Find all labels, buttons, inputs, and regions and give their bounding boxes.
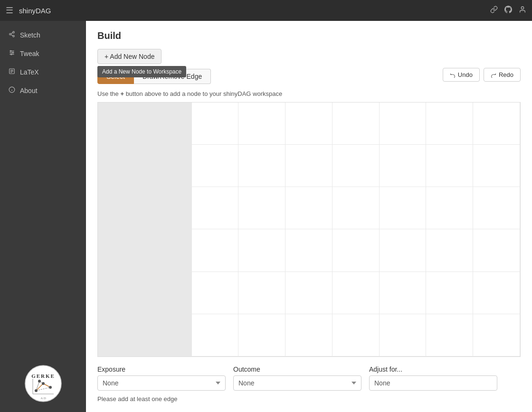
svg-point-29 xyxy=(38,380,41,383)
grid-cell[interactable] xyxy=(192,229,239,272)
topbar: ☰ shinyDAG xyxy=(0,0,532,21)
grid-cell[interactable] xyxy=(192,145,239,187)
sketch-icon xyxy=(9,31,15,39)
grid-cell[interactable] xyxy=(192,187,239,229)
grid-cell[interactable] xyxy=(473,229,520,272)
grid-cell[interactable] xyxy=(238,145,285,187)
action-buttons: Undo Redo xyxy=(443,68,521,82)
svg-point-26 xyxy=(35,389,38,392)
outcome-select[interactable]: None xyxy=(233,375,361,391)
grid-cell[interactable] xyxy=(98,229,145,272)
grid-cell[interactable] xyxy=(285,145,332,187)
hamburger-icon[interactable]: ☰ xyxy=(6,5,13,16)
grid-cell[interactable] xyxy=(426,229,473,272)
add-node-button[interactable]: + Add New Node xyxy=(97,49,162,64)
gerke-logo: GERKE A D xyxy=(24,365,62,403)
grid-cell[interactable] xyxy=(285,103,332,145)
adjust-for-group: Adjust for... xyxy=(369,365,497,391)
grid-cell[interactable] xyxy=(426,103,473,145)
grid-cell[interactable] xyxy=(332,187,380,229)
grid-cell[interactable] xyxy=(192,103,239,145)
grid-cell[interactable] xyxy=(380,103,427,145)
grid-cell[interactable] xyxy=(473,103,520,145)
grid-cell[interactable] xyxy=(426,145,473,187)
grid-cell[interactable] xyxy=(473,314,520,356)
grid-cell[interactable] xyxy=(426,187,473,229)
grid-cell[interactable] xyxy=(145,272,192,314)
sidebar-label-latex: LaTeX xyxy=(20,68,39,76)
grid-cell[interactable] xyxy=(145,103,192,145)
grid-cell[interactable] xyxy=(238,187,285,229)
page-title: Build xyxy=(97,30,521,41)
selects-row: Exposure None Outcome None Adjust for... xyxy=(97,365,521,391)
topbar-left: ☰ shinyDAG xyxy=(6,5,51,16)
grid-cell[interactable] xyxy=(98,187,145,229)
sidebar-bottom: GERKE A D xyxy=(0,355,86,412)
redo-button[interactable]: Redo xyxy=(484,68,521,82)
grid-cell[interactable] xyxy=(332,272,380,314)
grid-cell[interactable] xyxy=(380,187,427,229)
svg-point-10 xyxy=(12,52,13,53)
sidebar-label-sketch: Sketch xyxy=(20,31,40,39)
link-icon[interactable] xyxy=(490,6,498,15)
grid-cell[interactable] xyxy=(145,229,192,272)
grid-cell[interactable] xyxy=(380,145,427,187)
grid-cell[interactable] xyxy=(98,103,145,145)
grid-cell[interactable] xyxy=(238,272,285,314)
grid-cell[interactable] xyxy=(238,229,285,272)
grid-cell[interactable] xyxy=(426,314,473,356)
grid-cell[interactable] xyxy=(426,272,473,314)
grid-cell[interactable] xyxy=(332,145,380,187)
adjust-for-input[interactable] xyxy=(369,375,497,391)
exposure-select[interactable]: None xyxy=(97,375,226,391)
grid-cell[interactable] xyxy=(98,314,145,356)
sidebar-item-tweak[interactable]: Tweak xyxy=(0,44,86,63)
svg-point-9 xyxy=(10,50,11,51)
undo-button[interactable]: Undo xyxy=(443,68,480,82)
select-mode-button[interactable]: Select xyxy=(97,69,134,84)
grid-cell[interactable] xyxy=(332,103,380,145)
exposure-label: Exposure xyxy=(97,365,226,373)
app-body: Sketch Tweak LaTeX About GERKE xyxy=(0,21,532,412)
user-icon[interactable] xyxy=(519,6,526,15)
about-icon xyxy=(9,86,15,94)
grid-cell[interactable] xyxy=(192,272,239,314)
grid-cell[interactable] xyxy=(285,314,332,356)
grid-cell[interactable] xyxy=(238,103,285,145)
grid-cell[interactable] xyxy=(380,229,427,272)
grid-cell[interactable] xyxy=(332,229,380,272)
draw-remove-mode-button[interactable]: Draw/Remove Edge xyxy=(134,69,211,84)
topbar-icons xyxy=(490,6,526,15)
sidebar-item-sketch[interactable]: Sketch xyxy=(0,26,86,44)
svg-line-4 xyxy=(11,35,13,36)
workspace[interactable] xyxy=(97,102,521,357)
grid-cell[interactable] xyxy=(380,272,427,314)
grid-cell[interactable] xyxy=(285,272,332,314)
grid-cell[interactable] xyxy=(285,229,332,272)
grid-cell[interactable] xyxy=(332,314,380,356)
svg-text:GERKE: GERKE xyxy=(31,373,55,379)
grid-cell[interactable] xyxy=(285,187,332,229)
sidebar: Sketch Tweak LaTeX About GERKE xyxy=(0,21,86,412)
github-icon[interactable] xyxy=(504,6,512,15)
sidebar-item-about[interactable]: About xyxy=(0,81,86,100)
grid-cell[interactable] xyxy=(145,145,192,187)
app-title: shinyDAG xyxy=(19,7,51,15)
adjust-for-label: Adjust for... xyxy=(369,365,497,373)
grid-cell[interactable] xyxy=(238,314,285,356)
redo-label: Redo xyxy=(499,71,513,78)
sidebar-label-about: About xyxy=(20,87,38,94)
sidebar-item-latex[interactable]: LaTeX xyxy=(0,63,86,81)
svg-point-11 xyxy=(11,54,12,55)
svg-line-5 xyxy=(11,33,13,34)
grid-cell[interactable] xyxy=(473,187,520,229)
grid-cell[interactable] xyxy=(98,145,145,187)
grid-cell[interactable] xyxy=(192,314,239,356)
grid-cell[interactable] xyxy=(473,145,520,187)
grid-cell[interactable] xyxy=(98,272,145,314)
grid-cell[interactable] xyxy=(380,314,427,356)
undo-label: Undo xyxy=(458,71,473,78)
grid-cell[interactable] xyxy=(473,272,520,314)
grid-cell[interactable] xyxy=(145,314,192,356)
grid-cell[interactable] xyxy=(145,187,192,229)
